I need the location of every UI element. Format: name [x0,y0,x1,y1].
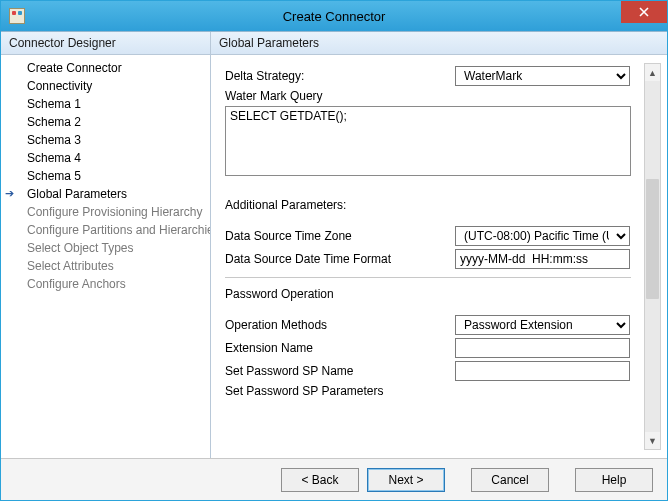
button-bar: < Back Next > Cancel Help [1,458,667,500]
nav-item-schema-2[interactable]: Schema 2 [21,113,210,131]
close-icon [639,7,649,17]
nav-item-configure-partitions-and-hierarchies[interactable]: Configure Partitions and Hierarchies [21,221,210,239]
set-password-sp-name-input[interactable] [455,361,630,381]
window-title: Create Connector [1,9,667,24]
delta-strategy-select[interactable]: WaterMark [455,66,630,86]
form-scroll-area: Delta Strategy: WaterMark Water Mark Que… [225,63,637,450]
cancel-button[interactable]: Cancel [471,468,549,492]
scroll-down-icon[interactable]: ▼ [645,432,660,449]
nav-item-select-attributes[interactable]: Select Attributes [21,257,210,275]
nav-item-connectivity[interactable]: Connectivity [21,77,210,95]
nav-item-schema-3[interactable]: Schema 3 [21,131,210,149]
content-panel: Global Parameters Delta Strategy: WaterM… [211,32,667,458]
scroll-thumb[interactable] [646,179,659,298]
watermark-query-textarea[interactable]: SELECT GETDATE(); [225,106,631,176]
separator [225,277,631,278]
nav-items: Create Connector Connectivity Schema 1 S… [1,55,210,458]
nav-panel: Connector Designer Create Connector Conn… [1,32,211,458]
nav-header: Connector Designer [1,32,210,55]
delta-strategy-label: Delta Strategy: [225,69,455,83]
vertical-scrollbar[interactable]: ▲ ▼ [644,63,661,450]
ds-datetime-format-label: Data Source Date Time Format [225,252,455,266]
nav-item-global-parameters[interactable]: ➔Global Parameters [21,185,210,203]
scroll-track[interactable] [645,81,660,432]
content-header: Global Parameters [211,32,667,55]
ds-timezone-label: Data Source Time Zone [225,229,455,243]
nav-item-create-connector[interactable]: Create Connector [21,59,210,77]
set-password-sp-name-label: Set Password SP Name [225,364,455,378]
operation-methods-label: Operation Methods [225,318,455,332]
nav-item-schema-5[interactable]: Schema 5 [21,167,210,185]
scroll-up-icon[interactable]: ▲ [645,64,660,81]
password-operation-label: Password Operation [225,287,455,301]
additional-parameters-label: Additional Parameters: [225,198,455,212]
set-password-sp-params-label: Set Password SP Parameters [225,384,455,398]
ds-timezone-select[interactable]: (UTC-08:00) Pacific Time (US & C [455,226,630,246]
nav-item-schema-4[interactable]: Schema 4 [21,149,210,167]
nav-item-select-object-types[interactable]: Select Object Types [21,239,210,257]
content-body: Delta Strategy: WaterMark Water Mark Que… [211,55,667,458]
back-button[interactable]: < Back [281,468,359,492]
nav-item-configure-provisioning-hierarchy[interactable]: Configure Provisioning Hierarchy [21,203,210,221]
close-button[interactable] [621,1,667,23]
ds-datetime-format-input[interactable] [455,249,630,269]
next-button[interactable]: Next > [367,468,445,492]
watermark-query-label: Water Mark Query [225,89,455,103]
extension-name-label: Extension Name [225,341,455,355]
nav-item-configure-anchors[interactable]: Configure Anchors [21,275,210,293]
help-button[interactable]: Help [575,468,653,492]
main-area: Connector Designer Create Connector Conn… [1,31,667,458]
current-arrow-icon: ➔ [5,187,14,200]
title-bar: Create Connector [1,1,667,31]
operation-methods-select[interactable]: Password Extension [455,315,630,335]
extension-name-input[interactable] [455,338,630,358]
nav-item-schema-1[interactable]: Schema 1 [21,95,210,113]
